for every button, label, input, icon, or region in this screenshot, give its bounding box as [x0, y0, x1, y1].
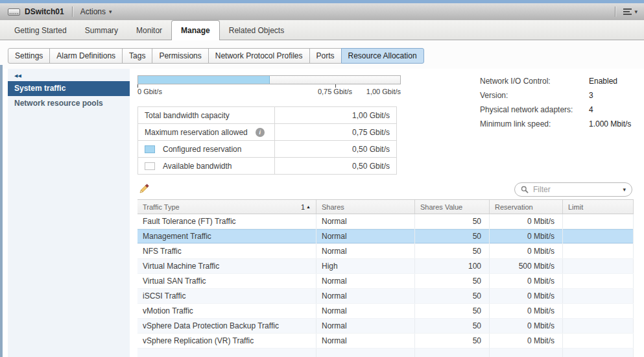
tab-manage[interactable]: Manage: [171, 20, 220, 40]
cell-limit: [563, 334, 634, 348]
cell-shares-value: 50: [415, 334, 490, 348]
cell-limit: [563, 259, 634, 273]
reserved-swatch-icon: [145, 145, 155, 153]
cell-traffic-type: Management Traffic: [137, 229, 316, 243]
tab-summary[interactable]: Summary: [76, 21, 127, 40]
info-icon[interactable]: i: [256, 128, 265, 137]
cell-shares: Normal: [316, 319, 415, 333]
tab-related-objects[interactable]: Related Objects: [220, 21, 293, 40]
window-left-border: [0, 65, 3, 357]
subtab-tags[interactable]: Tags: [122, 48, 152, 64]
cell-traffic-type: Fault Tolerance (FT) Traffic: [137, 214, 316, 228]
cell-shares-value: 100: [415, 259, 490, 273]
column-header-label: Shares Value: [420, 203, 462, 211]
column-header-traffic-type[interactable]: Traffic Type1▲: [137, 200, 316, 214]
bandwidth-capacity-meter: 0 Gbit/s0,75 Gbit/s1,00 Gbit/s: [137, 75, 401, 97]
subtab-ports[interactable]: Ports: [309, 48, 342, 64]
search-icon: [521, 186, 529, 193]
cell-limit: [563, 289, 634, 303]
object-titlebar: DSwitch01 Actions ▾ ▾: [0, 3, 644, 21]
subtab-resource-allocation[interactable]: Resource Allocation: [341, 48, 424, 64]
cell-empty: [563, 349, 634, 357]
tab-getting-started[interactable]: Getting Started: [5, 21, 76, 40]
cell-empty: [490, 349, 563, 357]
table-row-fault-tolerance-ft-traffic[interactable]: Fault Tolerance (FT) TrafficNormal500 Mb…: [137, 214, 634, 229]
sub-tab-bar: SettingsAlarm DefinitionsTagsPermissions…: [8, 48, 424, 64]
subtab-settings[interactable]: Settings: [8, 48, 50, 64]
sidebar-item-network-resource-pools[interactable]: Network resource pools: [8, 96, 130, 111]
summary-value: 0,50 Gbit/s: [275, 158, 396, 174]
table-row-vsphere-data-protection-backup-traffic[interactable]: vSphere Data Protection Backup TrafficNo…: [137, 319, 634, 334]
cell-shares-value: 50: [415, 274, 490, 288]
filter-box: ▾: [514, 182, 632, 197]
cell-empty: [415, 349, 490, 357]
cell-shares-value: 50: [415, 229, 490, 243]
table-row-iscsi-traffic[interactable]: iSCSI TrafficNormal500 Mbit/s: [137, 289, 634, 304]
cell-reservation: 0 Mbit/s: [490, 229, 563, 243]
summary-row-available-bandwidth: Available bandwidth0,50 Gbit/s: [138, 158, 396, 175]
summary-row-total-bandwidth-capacity: Total bandwidth capacity1,00 Gbit/s: [138, 107, 396, 124]
summary-value: 0,75 Gbit/s: [275, 124, 396, 140]
panel-layout-menu-button[interactable]: ▾: [623, 8, 638, 15]
column-header-shares[interactable]: Shares: [316, 200, 415, 214]
cell-limit: [563, 229, 634, 243]
subtab-alarm-definitions[interactable]: Alarm Definitions: [49, 48, 123, 64]
summary-label: Available bandwidth: [163, 162, 232, 171]
sidebar-items: System trafficNetwork resource pools: [8, 81, 130, 111]
filter-input[interactable]: [532, 184, 623, 195]
cell-traffic-type: Virtual SAN Traffic: [137, 274, 316, 288]
sidebar-item-system-traffic[interactable]: System traffic: [8, 81, 130, 96]
table-row-vmotion-traffic[interactable]: vMotion TrafficNormal500 Mbit/s: [137, 304, 634, 319]
cell-shares: Normal: [316, 229, 415, 243]
column-header-reservation[interactable]: Reservation: [490, 200, 563, 214]
table-row-management-traffic[interactable]: Management TrafficNormal500 Mbit/s: [137, 229, 634, 244]
summary-row-maximum-reservation-allowed: Maximum reservation allowedi0,75 Gbit/s: [138, 124, 396, 141]
titlebar-right-controls: ▾: [607, 6, 638, 17]
table-row-vsphere-replication-vr-traffic[interactable]: vSphere Replication (VR) TrafficNormal50…: [137, 334, 634, 349]
sort-order-number: 1: [301, 203, 305, 211]
sort-indicator: 1▲: [301, 203, 311, 211]
filter-dropdown-caret-icon[interactable]: ▾: [623, 187, 626, 193]
column-header-label: Traffic Type: [143, 203, 180, 211]
cell-shares: Normal: [316, 304, 415, 318]
column-header-label: Shares: [322, 203, 344, 211]
column-header-limit[interactable]: Limit: [563, 200, 634, 214]
tab-monitor[interactable]: Monitor: [127, 21, 171, 40]
bandwidth-summary-table: Total bandwidth capacity1,00 Gbit/sMaxim…: [137, 106, 397, 175]
vsphere-web-client-window: DSwitch01 Actions ▾ ▾ Getting StartedSum…: [0, 0, 644, 357]
cell-limit: [563, 304, 634, 318]
menu-lines-icon: [623, 8, 632, 15]
cell-shares-value: 50: [415, 319, 490, 333]
meter-tick-label: 0,75 Gbit/s: [318, 88, 352, 95]
edit-settings-button[interactable]: [137, 183, 150, 196]
info-row-version: Version:3: [480, 88, 631, 103]
subtab-permissions[interactable]: Permissions: [152, 48, 208, 64]
table-row-virtual-san-traffic[interactable]: Virtual SAN TrafficNormal500 Mbit/s: [137, 274, 634, 289]
available-swatch-icon: [145, 162, 155, 170]
cell-shares: Normal: [316, 289, 415, 303]
table-row-nfs-traffic[interactable]: NFS TrafficNormal500 Mbit/s: [137, 244, 634, 259]
summary-label-cell: Configured reservation: [138, 141, 275, 157]
actions-menu-button[interactable]: Actions ▾: [80, 7, 112, 16]
summary-label: Total bandwidth capacity: [145, 111, 230, 120]
collapse-sidebar-icon[interactable]: ◀◀: [13, 72, 23, 80]
cell-shares-value: 50: [415, 304, 490, 318]
cell-reservation: 0 Mbit/s: [490, 334, 563, 348]
summary-label: Maximum reservation allowed: [145, 128, 248, 137]
table-row-empty: [137, 349, 634, 357]
meter-reserved-fill: [138, 76, 270, 84]
column-header-shares-value[interactable]: Shares Value: [415, 200, 490, 214]
meter-tick-label: 1,00 Gbit/s: [366, 88, 401, 95]
table-body: Fault Tolerance (FT) TrafficNormal500 Mb…: [137, 214, 634, 357]
cell-traffic-type: Virtual Machine Traffic: [137, 259, 316, 273]
subtab-network-protocol-profiles[interactable]: Network Protocol Profiles: [208, 48, 310, 64]
caret-down-icon: ▾: [634, 9, 638, 15]
cell-traffic-type: vMotion Traffic: [137, 304, 316, 318]
sidebar: ◀◀ System trafficNetwork resource pools: [8, 69, 130, 357]
table-row-virtual-machine-traffic[interactable]: Virtual Machine TrafficHigh100500 Mbit/s: [137, 259, 634, 274]
distributed-switch-icon: [8, 8, 20, 16]
cell-traffic-type: NFS Traffic: [137, 244, 316, 258]
cell-limit: [563, 319, 634, 333]
nioc-info-panel: Network I/O Control:EnabledVersion:3Phys…: [480, 74, 631, 131]
object-title: DSwitch01: [25, 7, 64, 16]
